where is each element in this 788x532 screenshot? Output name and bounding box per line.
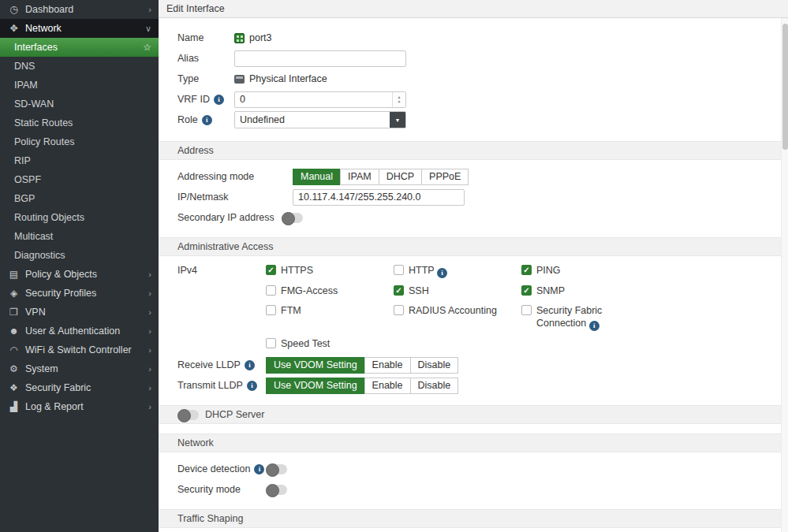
access-ftm[interactable]: FTM xyxy=(266,304,394,332)
sidebar-item-network[interactable]: ✥ Network ∨ xyxy=(0,19,159,38)
ip-netmask-label: IP/Netmask xyxy=(177,192,293,203)
checkbox[interactable] xyxy=(394,305,404,315)
section-title: Traffic Shaping xyxy=(177,513,243,524)
receive-lldp-disable-button[interactable]: Disable xyxy=(410,357,459,374)
physical-interface-icon xyxy=(234,75,245,84)
addressing-mode-row: Addressing mode Manual IPAM DHCP PPPoE xyxy=(177,168,767,185)
sidebar-item-static-routes[interactable]: Static Routes xyxy=(0,113,159,132)
alias-input[interactable] xyxy=(234,50,406,67)
receive-lldp-enable-button[interactable]: Enable xyxy=(364,357,411,374)
sidebar-item-dns[interactable]: DNS xyxy=(0,57,159,76)
dhcp-server-bar: DHCP Server xyxy=(159,405,788,424)
sidebar-item-log-report[interactable]: ▟ Log & Report › xyxy=(0,397,159,416)
sidebar-item-ipam[interactable]: IPAM xyxy=(0,76,159,95)
vpn-icon: ❐ xyxy=(7,307,21,318)
chevron-right-icon: › xyxy=(148,402,151,411)
sidebar-item-dashboard[interactable]: ◷ Dashboard › xyxy=(0,0,159,19)
sidebar-item-security-profiles[interactable]: ◈ Security Profiles › xyxy=(0,284,159,303)
spinner-down-icon[interactable]: ▼ xyxy=(398,99,401,104)
sidebar-item-policy-objects[interactable]: ▤ Policy & Objects › xyxy=(0,265,159,284)
sidebar-item-diagnostics[interactable]: Diagnostics xyxy=(0,246,159,265)
checkbox[interactable] xyxy=(521,305,532,315)
sidebar-item-interfaces[interactable]: Interfaces ☆ xyxy=(0,38,159,57)
checkbox[interactable] xyxy=(521,265,532,275)
dhcp-server-label: DHCP Server xyxy=(205,409,264,420)
access-radius-accounting[interactable]: RADIUS Accounting xyxy=(394,304,521,332)
sidebar-item-label: Security Profiles xyxy=(25,288,96,299)
section-title: Address xyxy=(177,145,214,156)
sidebar-item-label: Security Fabric xyxy=(25,382,91,393)
submenu-label: DNS xyxy=(14,61,35,72)
sidebar-item-policy-routes[interactable]: Policy Routes xyxy=(0,132,159,151)
sidebar-item-label: WiFi & Switch Controller xyxy=(25,344,132,355)
vrf-id-input[interactable] xyxy=(234,91,406,108)
interface-type-value: Physical Interface xyxy=(234,73,327,84)
ip-netmask-input[interactable] xyxy=(293,189,465,206)
transmit-lldp-vdom-button[interactable]: Use VDOM Setting xyxy=(266,378,365,394)
mode-manual-button[interactable]: Manual xyxy=(293,169,341,185)
scrollbar-thumb[interactable] xyxy=(782,24,788,150)
checkbox[interactable] xyxy=(266,265,276,275)
info-icon xyxy=(245,360,255,370)
access-security-fabric-connection[interactable]: Security Fabric Connection xyxy=(521,304,660,332)
access-http[interactable]: HTTP xyxy=(394,264,521,278)
sidebar-item-bgp[interactable]: BGP xyxy=(0,189,159,208)
sidebar-item-security-fabric[interactable]: ❖ Security Fabric › xyxy=(0,378,159,397)
device-detection-toggle[interactable] xyxy=(266,464,287,474)
mode-pppoe-button[interactable]: PPPoE xyxy=(421,169,469,185)
alias-row: Alias xyxy=(177,50,767,67)
access-ssh[interactable]: SSH xyxy=(394,285,521,297)
checkbox[interactable] xyxy=(266,338,276,348)
security-profiles-icon: ◈ xyxy=(7,288,21,299)
checkbox[interactable] xyxy=(521,285,532,296)
checkbox[interactable] xyxy=(394,285,404,296)
star-icon[interactable]: ☆ xyxy=(143,42,151,53)
checkbox[interactable] xyxy=(266,305,276,315)
gear-icon: ⚙ xyxy=(7,363,21,374)
mode-ipam-button[interactable]: IPAM xyxy=(340,169,379,185)
info-icon xyxy=(254,464,264,474)
dhcp-server-toggle[interactable] xyxy=(177,410,199,420)
secondary-ip-toggle[interactable] xyxy=(282,213,303,223)
sidebar-item-vpn[interactable]: ❐ VPN › xyxy=(0,303,159,322)
access-ping[interactable]: PING xyxy=(521,264,660,278)
transmit-lldp-enable-button[interactable]: Enable xyxy=(364,378,411,394)
security-mode-label: Security mode xyxy=(177,484,266,495)
security-mode-row: Security mode xyxy=(177,481,767,498)
sidebar-item-routing-objects[interactable]: Routing Objects xyxy=(0,208,159,227)
access-https[interactable]: HTTPS xyxy=(266,264,394,278)
chevron-down-icon: ∨ xyxy=(145,24,151,34)
dropdown-arrow-icon[interactable]: ▼ xyxy=(390,112,405,128)
user-icon: ☻ xyxy=(7,326,21,337)
access-fmg[interactable]: FMG-Access xyxy=(266,285,394,297)
type-label: Type xyxy=(177,73,234,84)
vrf-label: VRF ID xyxy=(177,94,210,105)
sidebar-item-multicast[interactable]: Multicast xyxy=(0,227,159,246)
sidebar-item-sd-wan[interactable]: SD-WAN xyxy=(0,95,159,113)
sidebar-item-label: User & Authentication xyxy=(25,326,120,337)
scrollbar[interactable] xyxy=(781,18,788,532)
checkbox[interactable] xyxy=(394,265,404,275)
checkbox[interactable] xyxy=(266,285,276,296)
sidebar-item-user-authentication[interactable]: ☻ User & Authentication › xyxy=(0,322,159,340)
sidebar-item-label: Policy & Objects xyxy=(25,269,97,280)
sidebar-item-system[interactable]: ⚙ System › xyxy=(0,359,159,378)
transmit-lldp-label: Transmit LLDP xyxy=(177,380,243,391)
security-mode-toggle[interactable] xyxy=(266,485,287,495)
network-icon: ✥ xyxy=(7,23,21,34)
transmit-lldp-disable-button[interactable]: Disable xyxy=(410,378,459,394)
number-spinner[interactable]: ▲ ▼ xyxy=(392,92,405,107)
sidebar-item-wifi-switch-controller[interactable]: ◠ WiFi & Switch Controller › xyxy=(0,340,159,359)
role-select[interactable]: Undefined ▼ xyxy=(234,111,406,128)
access-snmp[interactable]: SNMP xyxy=(521,285,660,297)
submenu-label: IPAM xyxy=(14,80,38,91)
submenu-label: Diagnostics xyxy=(14,250,65,261)
sidebar-item-rip[interactable]: RIP xyxy=(0,151,159,170)
access-speed-test[interactable]: Speed Test xyxy=(266,337,394,350)
sidebar-item-ospf[interactable]: OSPF xyxy=(0,170,159,189)
mode-dhcp-button[interactable]: DHCP xyxy=(379,169,422,185)
receive-lldp-vdom-button[interactable]: Use VDOM Setting xyxy=(266,357,365,374)
transmit-lldp-row: Transmit LLDP Use VDOM Setting Enable Di… xyxy=(177,377,767,394)
ip-netmask-row: IP/Netmask xyxy=(177,188,767,206)
info-icon xyxy=(437,268,447,278)
